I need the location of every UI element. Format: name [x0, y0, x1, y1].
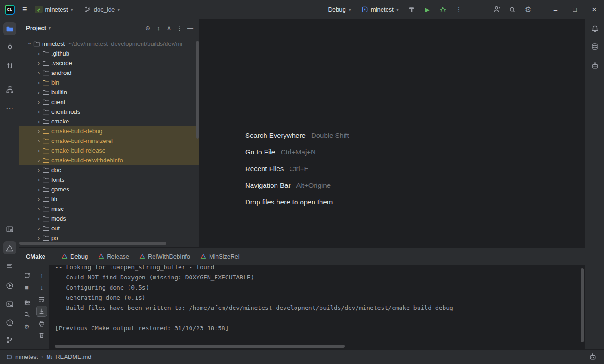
chevron-collapsed-icon[interactable]: ›: [35, 50, 43, 57]
tree-item-lib[interactable]: ›lib: [19, 194, 199, 204]
debug-button[interactable]: [437, 3, 450, 16]
next-message-icon[interactable]: ↓: [37, 282, 47, 292]
chevron-collapsed-icon[interactable]: ›: [35, 89, 43, 96]
more-actions-icon[interactable]: ⋮: [452, 3, 465, 16]
window-maximize-button[interactable]: □: [565, 0, 585, 19]
console-settings-icon[interactable]: ⚙: [22, 321, 32, 332]
chevron-collapsed-icon[interactable]: ›: [35, 108, 43, 115]
terminal-tool-icon[interactable]: [3, 297, 16, 310]
locate-file-icon[interactable]: ⊕: [142, 23, 153, 33]
database-icon[interactable]: [588, 40, 601, 53]
pull-requests-tool-icon[interactable]: [3, 59, 16, 72]
vcs-branch-widget[interactable]: doc_ide ▾: [80, 4, 124, 15]
tree-item-client[interactable]: ›client: [19, 97, 199, 107]
soft-wrap-icon[interactable]: [37, 294, 47, 304]
main-menu-icon[interactable]: ≡: [22, 5, 27, 14]
ai-assistant-icon[interactable]: [588, 59, 601, 72]
find-icon[interactable]: [22, 309, 32, 320]
chevron-collapsed-icon[interactable]: ›: [35, 79, 43, 86]
chevron-collapsed-icon[interactable]: ›: [35, 225, 43, 232]
cmake-tab-RelWithDebInfo[interactable]: RelWithDebInfo: [134, 248, 195, 265]
previous-message-icon[interactable]: ↑: [37, 270, 47, 280]
commit-tool-icon[interactable]: [3, 40, 16, 53]
panel-options-icon[interactable]: ⋮: [174, 23, 185, 33]
chevron-collapsed-icon[interactable]: ›: [35, 60, 43, 67]
chevron-collapsed-icon[interactable]: ›: [35, 167, 43, 173]
tree-item-mods[interactable]: ›mods: [19, 214, 199, 223]
project-panel-title[interactable]: Project: [26, 25, 46, 31]
grid-x-tool-icon[interactable]: [3, 222, 16, 235]
cmake-tab-Debug[interactable]: Debug: [56, 248, 93, 265]
tree-item-.vscode[interactable]: ›.vscode: [19, 58, 199, 68]
add-user-icon[interactable]: [490, 3, 503, 16]
tree-item-clientmods[interactable]: ›clientmods: [19, 107, 199, 117]
tree-item-minetest[interactable]: ›minetest~/dev/minetest_development/buil…: [19, 39, 199, 49]
chevron-collapsed-icon[interactable]: ›: [35, 128, 43, 135]
cmake-tab-MinSizeRel[interactable]: MinSizeRel: [195, 248, 245, 265]
messages-tool-icon[interactable]: [3, 259, 16, 272]
console-horizontal-scrollbar[interactable]: [55, 345, 345, 348]
project-horizontal-scrollbar[interactable]: [19, 242, 166, 245]
tree-item-out[interactable]: ›out: [19, 223, 199, 233]
tree-item-fonts[interactable]: ›fonts: [19, 175, 199, 185]
chevron-down-icon[interactable]: ▾: [49, 25, 51, 31]
run-tool-icon[interactable]: [3, 279, 16, 292]
breadcrumb-file[interactable]: README.md: [55, 353, 91, 360]
chevron-collapsed-icon[interactable]: ›: [35, 99, 43, 105]
reload-cmake-icon[interactable]: [22, 270, 32, 280]
stop-icon[interactable]: ■: [22, 282, 32, 292]
tree-item-.github[interactable]: ›.github: [19, 49, 199, 58]
git-tool-icon[interactable]: [3, 333, 16, 346]
chevron-collapsed-icon[interactable]: ›: [35, 196, 43, 203]
build-type-selector[interactable]: Debug ▾: [324, 4, 354, 15]
scroll-to-end-icon[interactable]: [37, 306, 47, 316]
editor-area[interactable]: Search EverywhereDouble ShiftGo to FileC…: [200, 19, 585, 247]
tree-item-cmake-build-debug[interactable]: ›cmake-build-debug: [19, 126, 199, 136]
settings-sliders-icon[interactable]: [22, 297, 32, 308]
tree-item-po[interactable]: ›po: [19, 233, 199, 243]
chevron-collapsed-icon[interactable]: ›: [35, 157, 43, 164]
settings-icon[interactable]: ⚙: [522, 3, 535, 16]
problems-tool-icon[interactable]: [3, 316, 16, 329]
run-button[interactable]: ▶: [421, 3, 434, 16]
chevron-collapsed-icon[interactable]: ›: [35, 147, 43, 154]
breadcrumb-project[interactable]: minetest: [15, 353, 38, 360]
tree-item-cmake[interactable]: ›cmake: [19, 117, 199, 126]
chevron-collapsed-icon[interactable]: ›: [35, 176, 43, 183]
tree-item-cmake-build-minsizerel[interactable]: ›cmake-build-minsizerel: [19, 136, 199, 146]
clion-logo[interactable]: CL: [5, 5, 15, 15]
chevron-collapsed-icon[interactable]: ›: [35, 137, 43, 144]
collapse-all-icon[interactable]: ∧: [164, 23, 174, 33]
build-button[interactable]: [405, 3, 418, 16]
project-widget[interactable]: minetest ▾: [31, 4, 77, 15]
window-close-button[interactable]: ×: [585, 0, 604, 19]
clear-all-icon[interactable]: [37, 330, 47, 340]
cmake-tool-icon[interactable]: [3, 241, 16, 254]
cmake-tab-Release[interactable]: Release: [93, 248, 134, 265]
search-icon[interactable]: [506, 3, 519, 16]
tree-item-misc[interactable]: ›misc: [19, 204, 199, 214]
tree-item-android[interactable]: ›android: [19, 68, 199, 78]
tree-item-cmake-build-release[interactable]: ›cmake-build-release: [19, 146, 199, 155]
window-minimize-button[interactable]: –: [546, 0, 565, 19]
tree-item-doc[interactable]: ›doc: [19, 165, 199, 175]
tree-item-bin[interactable]: ›bin: [19, 78, 199, 87]
print-icon[interactable]: [37, 318, 47, 328]
project-vertical-scrollbar[interactable]: [196, 41, 199, 139]
notifications-icon[interactable]: [588, 22, 601, 35]
chevron-collapsed-icon[interactable]: ›: [35, 186, 43, 193]
run-config-selector[interactable]: minetest ▾: [357, 4, 402, 15]
structure-tool-icon[interactable]: [3, 83, 16, 96]
more-tool-windows-icon[interactable]: ⋯: [3, 101, 16, 114]
project-tool-icon[interactable]: [3, 22, 16, 35]
tree-item-games[interactable]: ›games: [19, 185, 199, 194]
console-vertical-scrollbar[interactable]: [581, 268, 584, 342]
hide-panel-icon[interactable]: —: [185, 23, 196, 33]
ai-assistant-status-icon[interactable]: [589, 353, 597, 361]
cmake-console[interactable]: -- Looking for luaopen_string_buffer - f…: [49, 265, 585, 349]
expand-all-icon[interactable]: ↕: [153, 23, 164, 33]
chevron-collapsed-icon[interactable]: ›: [35, 205, 43, 212]
chevron-collapsed-icon[interactable]: ›: [35, 215, 43, 222]
chevron-collapsed-icon[interactable]: ›: [35, 118, 43, 125]
chevron-expanded-icon[interactable]: ›: [26, 40, 33, 48]
